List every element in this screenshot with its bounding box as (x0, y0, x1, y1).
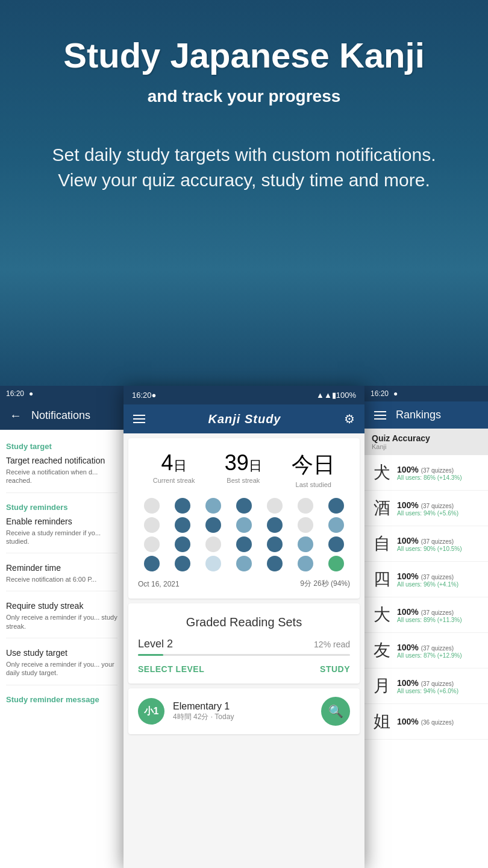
elementary-avatar: 小1 (138, 698, 164, 725)
streak-card: 4日 Current streak 39日 Best streak 今日 Las… (128, 438, 360, 599)
study-reminders-header: Study reminders (6, 503, 117, 512)
ranking-sub: All users: 94% (+5.6%) (397, 510, 481, 517)
last-studied-value: 今日 (292, 450, 335, 480)
ranking-percent: 100% (37 quizzes) (397, 571, 481, 581)
ranking-percent: 100% (37 quizzes) (397, 643, 481, 652)
dot (267, 536, 283, 552)
search-icon: 🔍 (328, 704, 343, 719)
notif-item-require-streak: Require study streak Only receive a remi… (6, 601, 117, 638)
rankings-section-header: Quiz Accuracy Kanji (364, 429, 488, 455)
notifications-content: Study target Target reached notification… (0, 430, 124, 716)
elementary-info: Elementary 1 4時間 42分 · Today (173, 701, 313, 722)
ranking-row: 姐 100% (36 quizzes) (364, 704, 488, 740)
dot (144, 536, 160, 552)
dot (267, 556, 283, 571)
notif-item-reminder-time: Reminder time Receive notification at 6:… (6, 563, 117, 591)
left-status-icon: ● (29, 389, 33, 398)
hamburger-menu-icon[interactable] (133, 415, 145, 423)
dot (205, 536, 221, 552)
streak-footer: Oct 16, 2021 9分 26秒 (94%) (138, 579, 350, 589)
notif-title-reminder-time: Reminder time (6, 563, 117, 573)
settings-icon[interactable]: ⚙ (344, 412, 355, 426)
center-status-icon: ● (152, 391, 157, 400)
hero-title: Study Japanese Kanji (24, 36, 464, 75)
ranking-info: 100% (37 quizzes) All users: 87% (+12.9%… (397, 643, 481, 659)
ranking-kanji: 姐 (372, 710, 392, 733)
reading-level: Level 2 (138, 638, 173, 650)
last-studied: 今日 Last studied (292, 450, 335, 488)
ranking-percent: 100% (37 quizzes) (397, 607, 481, 617)
notif-title-enable-reminders: Enable reminders (6, 517, 117, 526)
rankings-hamburger-icon[interactable] (374, 411, 386, 420)
dot (298, 536, 313, 552)
ranking-sub: All users: 86% (+14.3%) (397, 474, 481, 481)
battery-percent: 100% (336, 391, 356, 400)
ranking-sub: All users: 87% (+12.9%) (397, 652, 481, 659)
notif-desc-enable-reminders: Receive a study reminder if yo... studie… (6, 529, 117, 546)
ranking-row: 酒 100% (37 quizzes) All users: 94% (+5.6… (364, 491, 488, 526)
ranking-info: 100% (37 quizzes) All users: 86% (+14.3%… (397, 465, 481, 481)
search-button[interactable]: 🔍 (321, 697, 350, 726)
notifications-header: ← Notifications (0, 401, 124, 430)
ranking-kanji: 自 (372, 532, 392, 555)
dot (328, 498, 344, 514)
ranking-row: 四 100% (37 quizzes) All users: 96% (+4.1… (364, 562, 488, 597)
notif-item-enable-reminders: Enable reminders Receive a study reminde… (6, 517, 117, 554)
notif-desc-require-streak: Only receive a reminder if you... study … (6, 613, 117, 631)
ranking-percent: 100% (36 quizzes) (397, 717, 481, 726)
best-streak-label: Best streak (225, 477, 262, 484)
ranking-kanji: 友 (372, 639, 392, 662)
best-streak-number: 39日 (225, 450, 262, 476)
elementary-card: 小1 Elementary 1 4時間 42分 · Today 🔍 (128, 688, 360, 734)
notif-desc-use-study-target: Only receive a reminder if you... your d… (6, 660, 117, 678)
study-button[interactable]: STUDY (320, 664, 350, 674)
elementary-title: Elementary 1 (173, 701, 313, 712)
ranking-info: 100% (36 quizzes) (397, 717, 481, 726)
streak-date: Oct 16, 2021 (138, 580, 180, 588)
back-arrow-icon[interactable]: ← (10, 409, 22, 423)
main-app-panel: 16:20 ● ▲▲ ▮ 100% Kanji Study ⚙ 4日 Curre… (124, 386, 364, 868)
ranking-info: 100% (37 quizzes) All users: 96% (+4.1%) (397, 571, 481, 588)
ranking-kanji: 犬 (372, 461, 392, 484)
notif-title-target-reached: Target reached notification (6, 456, 117, 465)
reading-actions: SELECT LEVEL STUDY (138, 664, 350, 674)
dot (328, 556, 344, 571)
rankings-content: Quiz Accuracy Kanji 犬 100% (37 quizzes) … (364, 429, 488, 740)
dot (298, 517, 313, 533)
streak-time-studied: 9分 26秒 (94%) (300, 579, 350, 589)
ranking-percent: 100% (37 quizzes) (397, 500, 481, 510)
wifi-icon: ▲▲ (316, 391, 332, 400)
dot (205, 498, 221, 514)
notif-item-target-reached: Target reached notification Receive a no… (6, 456, 117, 493)
dot (175, 517, 190, 533)
hero-subtitle: and track your progress (24, 87, 464, 106)
ranking-sub: All users: 96% (+4.1%) (397, 581, 481, 588)
center-status-bar: 16:20 ● ▲▲ ▮ 100% (124, 386, 364, 404)
best-streak: 39日 Best streak (225, 450, 262, 488)
study-target-header: Study target (6, 442, 117, 451)
dot (144, 498, 160, 514)
ranking-percent: 100% (37 quizzes) (397, 465, 481, 474)
notif-item-use-study-target: Use study target Only receive a reminder… (6, 648, 117, 685)
dot (205, 517, 221, 533)
dot (236, 536, 252, 552)
left-status-bar: 16:20 ● (0, 386, 124, 401)
select-level-button[interactable]: SELECT LEVEL (138, 664, 204, 674)
ranking-row: 大 100% (37 quizzes) All users: 89% (+11.… (364, 597, 488, 633)
dot (328, 536, 344, 552)
dot (328, 517, 344, 533)
ranking-info: 100% (37 quizzes) All users: 94% (+6.0%) (397, 678, 481, 694)
dot (267, 498, 283, 514)
dot (175, 556, 190, 571)
ranking-kanji: 酒 (372, 497, 392, 520)
rankings-section-sub: Kanji (372, 443, 481, 450)
reminder-message-header: Study reminder message (6, 695, 117, 704)
dot (205, 556, 221, 571)
app-logo: Kanji Study (208, 412, 281, 426)
right-status-icon: ● (393, 389, 398, 398)
notifications-panel: 16:20 ● ← Notifications Study target Tar… (0, 386, 124, 868)
center-time: 16:20 (132, 391, 152, 400)
dot (144, 556, 160, 571)
battery-icon: ▮ (332, 391, 336, 400)
dot (267, 517, 283, 533)
